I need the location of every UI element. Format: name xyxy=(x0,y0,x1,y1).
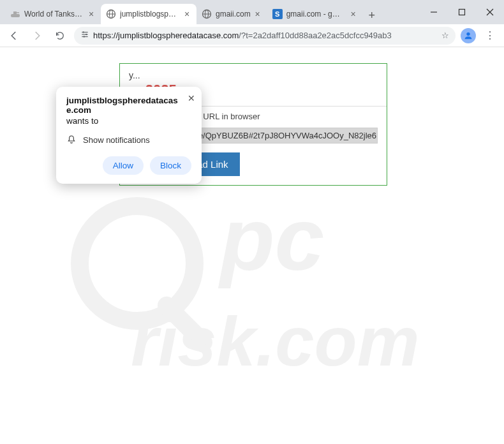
notification-site: jumplistblogspheredatacase.com xyxy=(66,96,191,115)
back-button[interactable] xyxy=(5,27,23,45)
svg-rect-21 xyxy=(154,293,216,355)
url-text: https://jumplistblogspheredatacase.com/?… xyxy=(93,31,438,40)
notification-permission-popup: ✕ jumplistblogspheredatacase.com wants t… xyxy=(56,87,202,184)
browser-tabstrip: World of Tanks – nemokam... × jumplistbl… xyxy=(0,0,504,24)
window-controls xyxy=(420,0,504,24)
tab-2[interactable]: gmaii.com × xyxy=(196,4,267,24)
close-icon[interactable]: × xyxy=(349,10,358,18)
browser-toolbar: https://jumplistblogspheredatacase.com/?… xyxy=(0,24,504,47)
close-icon[interactable]: × xyxy=(87,10,96,18)
tab-title: World of Tanks – nemokam... xyxy=(24,10,84,18)
new-tab-button[interactable]: + xyxy=(363,6,381,24)
globe-icon xyxy=(106,9,116,19)
close-icon[interactable]: × xyxy=(182,10,191,18)
tank-icon xyxy=(10,9,20,19)
bookmark-star-icon[interactable]: ☆ xyxy=(441,31,449,40)
globe-icon xyxy=(202,9,212,19)
notification-wants: wants to xyxy=(66,116,191,126)
svg-text:risk.com: risk.com xyxy=(131,302,419,380)
svg-point-20 xyxy=(80,206,195,321)
s-favicon: S xyxy=(272,9,283,19)
svg-point-19 xyxy=(466,32,470,35)
bell-icon xyxy=(66,135,77,145)
close-window-button[interactable] xyxy=(476,0,504,24)
notification-perm-label: Show notifications xyxy=(83,135,150,145)
svg-rect-0 xyxy=(11,14,20,17)
svg-point-17 xyxy=(85,34,87,35)
tab-3[interactable]: S gmaii.com - gmaii Resourc... × xyxy=(267,4,363,24)
address-bar[interactable]: https://jumplistblogspheredatacase.com/?… xyxy=(74,27,456,45)
svg-text:pc: pc xyxy=(218,189,324,289)
tab-title: jumplistblogspheredatacas... xyxy=(120,10,180,18)
kebab-menu-icon[interactable]: ⋮ xyxy=(481,29,499,41)
block-button[interactable]: Block xyxy=(150,156,191,175)
tab-title: gmaii.com xyxy=(216,10,251,18)
forward-button[interactable] xyxy=(28,27,46,45)
svg-point-16 xyxy=(83,31,84,33)
svg-rect-10 xyxy=(459,10,465,15)
tab-0[interactable]: World of Tanks – nemokam... × xyxy=(5,4,101,24)
page-content: pc risk.com y... s: 2025 Copy and paste … xyxy=(0,47,504,444)
notification-permission-row: Show notifications xyxy=(66,135,191,145)
close-icon[interactable]: ✕ xyxy=(188,93,195,103)
allow-button[interactable]: Allow xyxy=(103,156,144,175)
svg-rect-2 xyxy=(16,12,19,13)
reload-button[interactable] xyxy=(51,27,69,45)
site-settings-icon[interactable] xyxy=(80,30,89,41)
close-icon[interactable]: × xyxy=(253,10,262,18)
svg-point-18 xyxy=(84,36,85,37)
tab-1[interactable]: jumplistblogspheredatacas... × xyxy=(101,4,196,24)
minimize-button[interactable] xyxy=(420,0,448,24)
profile-avatar[interactable] xyxy=(461,28,476,43)
panel-heading: y... xyxy=(120,64,387,82)
tab-title: gmaii.com - gmaii Resourc... xyxy=(286,10,346,18)
maximize-button[interactable] xyxy=(448,0,476,24)
